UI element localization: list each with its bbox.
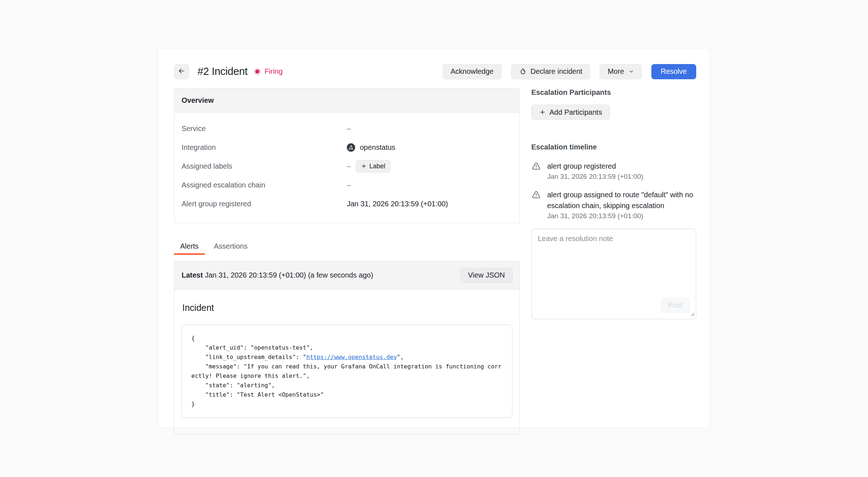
firing-dot-icon <box>254 68 261 75</box>
timeline-title: Escalation timeline <box>531 143 696 151</box>
escalation-timeline: alert group registered Jan 31, 2026 20:1… <box>531 161 696 220</box>
payload-line: "title": "Test Alert <OpenStatus>" <box>191 390 502 400</box>
view-json-button[interactable]: View JSON <box>460 268 513 283</box>
escalation-sidebar: Escalation Participants Add Participants… <box>531 88 696 434</box>
payload-line: { <box>191 334 502 343</box>
resize-grip-icon[interactable] <box>689 311 695 318</box>
status-badge-label: Firing <box>265 67 283 76</box>
participants-title: Escalation Participants <box>531 88 696 97</box>
timeline-item-time: Jan 31, 2026 20:13:59 (+01:00) <box>547 212 696 220</box>
row-label: Assigned escalation chain <box>182 181 347 189</box>
add-participants-button[interactable]: Add Participants <box>531 105 610 120</box>
post-note-button[interactable]: Post <box>661 297 690 313</box>
overview-row-service: Service – <box>182 119 512 138</box>
resolve-button[interactable]: Resolve <box>651 64 696 79</box>
row-value: – <box>347 181 351 189</box>
plus-icon <box>539 109 546 115</box>
plus-icon <box>361 163 367 169</box>
integration-name: openstatus <box>360 143 395 152</box>
upstream-details-link[interactable]: https://www.openstatus.dev <box>306 354 397 360</box>
alerts-tabs: Alerts Assertions <box>174 239 520 255</box>
arrow-left-icon <box>178 67 186 76</box>
incident-heading: Incident <box>182 303 512 313</box>
overview-card: Overview Service – Integration <box>174 88 520 223</box>
acknowledge-button[interactable]: Acknowledge <box>443 64 502 79</box>
latest-alert-timestamp: Latest Jan 31, 2026 20:13:59 (+01:00) (a… <box>182 271 373 279</box>
tab-alerts[interactable]: Alerts <box>174 239 205 255</box>
more-button[interactable]: More <box>600 64 642 79</box>
overview-row-alert-registered: Alert group registered Jan 31, 2026 20:1… <box>182 194 512 213</box>
webhook-icon <box>347 143 355 152</box>
chevron-down-icon <box>629 69 634 74</box>
overview-row-escalation-chain: Assigned escalation chain – <box>182 176 512 194</box>
header-actions: Acknowledge Declare incident More Resolv… <box>443 64 696 79</box>
alert-payload: { "alert_uid": "openstatus-test", "link_… <box>181 325 512 418</box>
row-value: Jan 31, 2026 20:13:59 (+01:00) <box>347 200 448 208</box>
row-label: Assigned labels <box>182 162 347 170</box>
timeline-item-text: alert group assigned to route "default" … <box>547 189 696 211</box>
payload-line: "alert_uid": "openstatus-test", <box>191 343 502 353</box>
add-label-button[interactable]: Label <box>356 160 391 173</box>
incident-detail-panel: #2 Incident Firing Acknowledge Declare i… <box>158 48 710 428</box>
status-badge: Firing <box>254 67 283 76</box>
warning-triangle-icon <box>531 190 541 220</box>
overview-row-assigned-labels: Assigned labels – Label <box>182 157 512 176</box>
timeline-item: alert group registered Jan 31, 2026 20:1… <box>531 161 696 181</box>
declare-incident-button[interactable]: Declare incident <box>511 64 590 79</box>
flame-icon <box>519 68 527 76</box>
tab-assertions[interactable]: Assertions <box>208 239 254 255</box>
page-header: #2 Incident Firing Acknowledge Declare i… <box>174 64 696 79</box>
overview-card-title: Overview <box>174 89 519 113</box>
timeline-item: alert group assigned to route "default" … <box>531 189 696 220</box>
resolution-note-box: Post <box>531 229 696 319</box>
page-title: #2 Incident <box>197 66 248 77</box>
warning-triangle-icon <box>531 161 541 181</box>
timeline-item-time: Jan 31, 2026 20:13:59 (+01:00) <box>547 173 643 181</box>
payload-line: "link_to_upstream_details": "https://www… <box>191 353 502 362</box>
payload-line: "state": "alerting", <box>191 381 502 390</box>
latest-alert-header: Latest Jan 31, 2026 20:13:59 (+01:00) (a… <box>174 261 519 290</box>
payload-line: } <box>191 400 502 409</box>
row-value: – <box>347 162 351 170</box>
payload-line: "message": "If you can read this, your G… <box>191 362 502 381</box>
row-value: – <box>347 124 351 133</box>
row-label: Service <box>182 124 347 133</box>
overview-row-integration: Integration openstatus <box>182 138 512 157</box>
back-button[interactable] <box>174 64 189 79</box>
timeline-item-text: alert group registered <box>547 161 643 172</box>
row-label: Integration <box>182 143 347 152</box>
row-label: Alert group registered <box>182 200 347 208</box>
latest-alert-card: Latest Jan 31, 2026 20:13:59 (+01:00) (a… <box>174 261 520 434</box>
